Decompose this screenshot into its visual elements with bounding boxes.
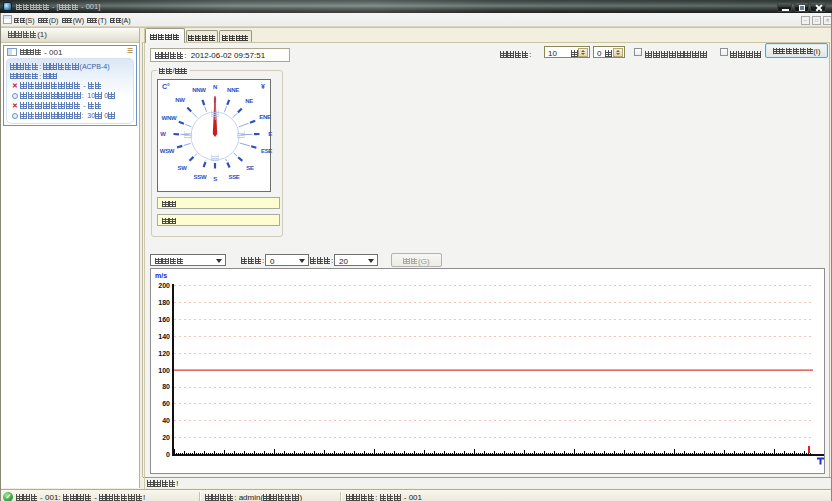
svg-text:60: 60 xyxy=(162,400,170,407)
svg-text:20: 20 xyxy=(162,434,170,441)
svg-text:0: 0 xyxy=(166,451,170,458)
svg-text:100: 100 xyxy=(158,367,170,374)
svg-text:160: 160 xyxy=(158,316,170,323)
svg-text:40: 40 xyxy=(162,417,170,424)
svg-text:120: 120 xyxy=(158,350,170,357)
svg-text:140: 140 xyxy=(158,333,170,340)
svg-text:200: 200 xyxy=(158,282,170,289)
svg-text:80: 80 xyxy=(162,383,170,390)
svg-text:m/s: m/s xyxy=(155,272,167,279)
svg-text:180: 180 xyxy=(158,299,170,306)
